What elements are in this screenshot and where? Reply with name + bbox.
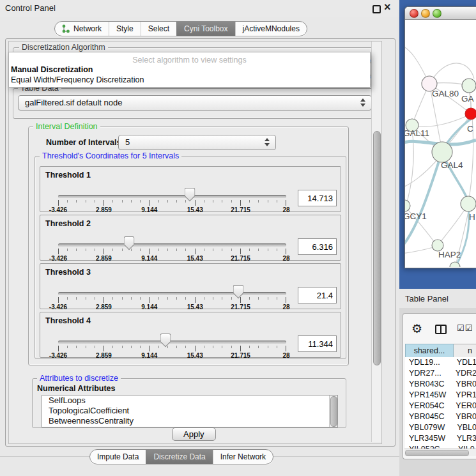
network-canvas[interactable]: GAL80 GA C GAL11 GAL4 GCY1 H HAP2 bbox=[405, 20, 476, 267]
table-row[interactable]: YDR27...YDR2 bbox=[405, 368, 476, 379]
tab-label: Infer Network bbox=[220, 452, 266, 461]
float-window-icon[interactable] bbox=[372, 5, 381, 13]
split-table-icon[interactable] bbox=[435, 325, 447, 334]
column-select-icons[interactable]: ☑☑ bbox=[457, 323, 473, 333]
table-row[interactable]: YER054CYER0 bbox=[405, 401, 476, 411]
column-header-name[interactable]: n bbox=[454, 344, 476, 358]
threshold-panel-1: Threshold 1 -3.426 2.859 9.144 15.43 21.… bbox=[40, 166, 341, 212]
table-row[interactable]: YBL079WYBL0 bbox=[405, 422, 476, 433]
threshold-value-input[interactable] bbox=[298, 287, 337, 303]
threshold-value-input[interactable] bbox=[298, 335, 337, 352]
slider-track[interactable] bbox=[58, 341, 286, 344]
gear-icon[interactable]: ⚙ bbox=[411, 321, 422, 336]
slider-ticks bbox=[58, 297, 287, 303]
network-window-titlebar[interactable] bbox=[405, 7, 476, 20]
network-view-window: GAL80 GA C GAL11 GAL4 GCY1 H HAP2 bbox=[404, 6, 476, 268]
list-scrollbar-thumb[interactable] bbox=[330, 396, 337, 427]
list-item[interactable]: TopologicalCoefficient bbox=[42, 406, 337, 416]
tab-label: Discretize Data bbox=[153, 452, 205, 461]
table-row[interactable]: YIL052CYIL0 bbox=[405, 444, 476, 449]
column-header-shared-name[interactable]: shared... bbox=[405, 344, 454, 358]
number-of-intervals-label: Number of Intervals bbox=[46, 138, 121, 147]
network-node-gcy1[interactable] bbox=[405, 200, 410, 211]
slider-thumb[interactable] bbox=[160, 334, 171, 342]
slider-track[interactable] bbox=[58, 243, 286, 247]
number-of-intervals-combo[interactable]: 5 bbox=[118, 135, 276, 150]
popup-hint: Select algorithm to view settings bbox=[9, 56, 370, 65]
list-item[interactable]: SelfLoops bbox=[42, 395, 337, 406]
table-data-combo[interactable]: galFiltered.sif default node bbox=[18, 95, 372, 111]
slider-thumb[interactable] bbox=[233, 285, 244, 293]
checkbox-icon: ☑ bbox=[457, 323, 465, 333]
cell: YIL0 bbox=[454, 444, 475, 449]
list-item[interactable]: BetweennessCentrality bbox=[42, 416, 337, 426]
slider-track[interactable] bbox=[58, 195, 286, 198]
number-of-intervals-value: 5 bbox=[125, 137, 130, 147]
numerical-attributes-list[interactable]: SelfLoops TopologicalCoefficient Between… bbox=[42, 395, 338, 427]
main-scrollbar[interactable] bbox=[371, 42, 381, 442]
slider-track[interactable] bbox=[58, 292, 286, 295]
network-node-selected-red[interactable] bbox=[465, 108, 476, 119]
popup-option-equal-width-frequency[interactable]: Equal Width/Frequency Discretization bbox=[11, 75, 144, 84]
node-label-c: C bbox=[467, 124, 473, 134]
network-node-gal4[interactable] bbox=[432, 142, 452, 162]
tab-style[interactable]: Style bbox=[109, 22, 141, 36]
control-panel-titlebar[interactable]: Control Panel × bbox=[0, 0, 399, 17]
table-row[interactable]: YLR345WYLR3 bbox=[405, 433, 476, 444]
thresholds-group-title: Threshold's Coordinates for 5 Intervals bbox=[40, 151, 181, 160]
node-label-ga: GA bbox=[461, 94, 474, 104]
close-icon[interactable]: × bbox=[384, 1, 391, 14]
apply-button[interactable]: Apply bbox=[172, 427, 216, 441]
tick-label: 9.144 bbox=[141, 206, 157, 213]
minimize-traffic-light-icon[interactable] bbox=[421, 9, 430, 18]
cell: YBL079W bbox=[405, 422, 452, 433]
tick-label: -3.426 bbox=[49, 206, 67, 213]
cyni-mode-tab-strip: Impute Data Discretize Data Infer Networ… bbox=[89, 449, 273, 464]
slider-thumb[interactable] bbox=[184, 188, 195, 196]
tab-jactivemnodules[interactable]: jActiveMNodules bbox=[235, 22, 307, 36]
tick-label: 21.715 bbox=[231, 255, 250, 262]
threshold-slider[interactable]: -3.426 2.859 9.144 15.43 21.715 28 bbox=[58, 312, 286, 357]
network-tab-icon bbox=[62, 24, 70, 33]
tick-label: 28 bbox=[282, 352, 289, 359]
table-row[interactable]: YBR043CYBR0 bbox=[405, 379, 476, 390]
cell: YDR27... bbox=[405, 368, 451, 379]
tab-infer-network[interactable]: Infer Network bbox=[213, 450, 273, 464]
tab-select[interactable]: Select bbox=[141, 22, 176, 36]
table-row[interactable]: YPR145WYPR1 bbox=[405, 390, 476, 401]
tab-cyni-toolbox[interactable]: Cyni Toolbox bbox=[176, 22, 234, 36]
threshold-slider[interactable]: -3.426 2.859 9.144 15.43 21.715 28 bbox=[58, 215, 286, 260]
threshold-panel-4: Threshold 4 -3.426 2.859 9.144 15.43 21.… bbox=[40, 312, 341, 358]
table-panel-titlebar[interactable]: Table Panel bbox=[399, 289, 476, 308]
slider-tick-labels: -3.426 2.859 9.144 15.43 21.715 28 bbox=[58, 352, 286, 360]
main-scrollbar-thumb[interactable] bbox=[373, 131, 381, 365]
table-horizontal-scrollbar[interactable] bbox=[404, 449, 476, 456]
threshold-slider[interactable]: -3.426 2.859 9.144 15.43 21.715 28 bbox=[58, 167, 286, 211]
tab-label: Network bbox=[73, 24, 102, 33]
zoom-traffic-light-icon[interactable] bbox=[433, 9, 441, 18]
tab-network[interactable]: Network bbox=[55, 22, 109, 36]
close-traffic-light-icon[interactable] bbox=[410, 9, 418, 18]
cell: YER0 bbox=[451, 401, 476, 411]
network-node-top-right[interactable] bbox=[462, 79, 476, 93]
table-row[interactable]: YDL19...YDL1 bbox=[405, 357, 476, 368]
tick-label: -3.426 bbox=[49, 255, 67, 262]
tab-discretize-data[interactable]: Discretize Data bbox=[146, 450, 212, 464]
cell: YPR145W bbox=[405, 390, 451, 401]
network-node-h[interactable] bbox=[461, 196, 476, 211]
table-row[interactable]: YBR045CYBR0 bbox=[405, 411, 476, 422]
slider-thumb[interactable] bbox=[123, 236, 134, 245]
tab-label: jActiveMNodules bbox=[243, 24, 300, 33]
tick-label: -3.426 bbox=[49, 303, 67, 311]
threshold-value-input[interactable] bbox=[298, 238, 337, 255]
threshold-slider[interactable]: -3.426 2.859 9.144 15.43 21.715 28 bbox=[58, 264, 286, 309]
tick-label: 21.715 bbox=[231, 206, 250, 213]
threshold-value-input[interactable] bbox=[298, 190, 337, 206]
list-scrollbar[interactable] bbox=[329, 395, 337, 427]
tab-impute-data[interactable]: Impute Data bbox=[90, 450, 146, 464]
cell: YBR045C bbox=[405, 411, 451, 422]
popup-option-manual-discretization[interactable]: Manual Discretization bbox=[11, 65, 93, 74]
tick-label: 21.715 bbox=[231, 303, 250, 311]
interval-definition-title: Interval Definition bbox=[33, 122, 100, 131]
table-horizontal-scrollbar-thumb[interactable] bbox=[405, 450, 469, 456]
